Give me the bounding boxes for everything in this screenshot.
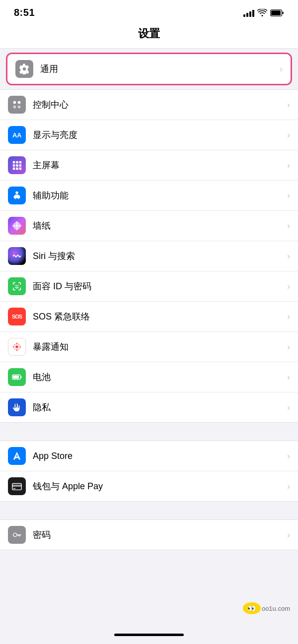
settings-row-sos[interactable]: SOS SOS 紧急联络 ›	[0, 302, 298, 332]
sos-label: SOS 紧急联络	[33, 311, 283, 322]
faceid-chevron: ›	[287, 281, 290, 292]
home-screen-icon	[8, 156, 26, 174]
privacy-chevron: ›	[287, 402, 290, 413]
svg-rect-7	[16, 161, 18, 164]
appstore-label: App Store	[33, 451, 283, 461]
svg-point-27	[15, 345, 18, 348]
settings-row-passwords[interactable]: 密码 ›	[0, 520, 298, 550]
wallet-card-icon	[11, 481, 22, 492]
svg-point-29	[16, 349, 18, 351]
exposure-chevron: ›	[287, 342, 290, 352]
svg-rect-12	[13, 168, 15, 170]
page-title-bar: 设置	[0, 22, 298, 49]
svg-point-35	[14, 348, 16, 350]
settings-row-general[interactable]: 通用 ›	[7, 54, 291, 84]
svg-rect-1	[271, 10, 281, 15]
accessibility-label: 辅助功能	[33, 190, 283, 201]
faceid-label: 面容 ID 与密码	[33, 280, 283, 292]
settings-row-wallpaper[interactable]: 墙纸 ›	[0, 211, 298, 241]
battery-settings-icon	[8, 368, 26, 386]
face-scan-icon	[11, 281, 22, 292]
hand-icon	[11, 402, 22, 413]
settings-row-privacy[interactable]: 隐私 ›	[0, 392, 298, 422]
exposure-label: 暴露通知	[33, 341, 283, 353]
svg-rect-11	[19, 164, 22, 167]
svg-point-28	[16, 343, 18, 345]
watermark-logo: 👀	[243, 602, 261, 614]
general-section-wrapper: 通用 ›	[0, 49, 298, 89]
exposure-dots-icon	[11, 341, 22, 352]
svg-rect-3	[18, 101, 21, 104]
settings-row-display[interactable]: AA 显示与亮度 ›	[0, 120, 298, 150]
passwords-chevron: ›	[287, 530, 290, 540]
flower-icon	[11, 220, 22, 231]
svg-rect-40	[13, 488, 16, 489]
control-center-chevron: ›	[287, 100, 290, 110]
settings-row-exposure[interactable]: 暴露通知 ›	[0, 332, 298, 362]
page-wrapper: 8:51 设置	[0, 0, 298, 644]
apps-section: App Store › 钱包与 Apple Pay ›	[0, 441, 298, 502]
display-chevron: ›	[287, 130, 290, 140]
settings-row-wallet[interactable]: 钱包与 Apple Pay ›	[0, 471, 298, 501]
settings-row-accessibility[interactable]: 辅助功能 ›	[0, 181, 298, 211]
settings-row-control-center[interactable]: 控制中心 ›	[0, 90, 298, 120]
sos-icon: SOS	[8, 308, 26, 325]
wallet-chevron: ›	[287, 481, 290, 492]
svg-rect-13	[16, 168, 18, 170]
settings-row-faceid[interactable]: 面容 ID 与密码 ›	[0, 271, 298, 302]
passwords-label: 密码	[33, 529, 283, 541]
battery-life-icon	[11, 372, 22, 383]
appstore-chevron: ›	[287, 451, 290, 461]
siri-wave-icon	[11, 251, 22, 261]
svg-rect-4	[13, 106, 16, 109]
svg-point-33	[18, 348, 20, 350]
privacy-icon	[8, 398, 26, 416]
privacy-label: 隐私	[33, 401, 283, 413]
svg-rect-10	[16, 164, 18, 167]
section-gap-2	[0, 502, 298, 519]
accessibility-chevron: ›	[287, 191, 290, 201]
svg-point-31	[19, 346, 21, 348]
svg-rect-6	[13, 161, 15, 164]
control-icon	[11, 99, 22, 110]
key-icon	[11, 529, 22, 540]
svg-rect-39	[12, 485, 21, 487]
appstore-icon	[8, 447, 26, 465]
svg-rect-37	[13, 376, 19, 379]
appstore-a-icon	[11, 451, 22, 461]
siri-chevron: ›	[287, 251, 290, 261]
accessibility-icon	[8, 187, 26, 204]
control-center-icon	[8, 96, 26, 114]
general-highlighted: 通用 ›	[6, 53, 292, 85]
svg-point-34	[18, 344, 20, 346]
svg-rect-14	[19, 168, 22, 170]
home-indicator	[114, 634, 184, 636]
battery-chevron: ›	[287, 372, 290, 383]
passwords-icon	[8, 526, 26, 544]
home-screen-label: 主屏幕	[33, 159, 283, 171]
status-icons	[243, 9, 284, 17]
settings-row-battery[interactable]: 电池 ›	[0, 362, 298, 392]
person-icon	[11, 190, 22, 201]
settings-row-home-screen[interactable]: 主屏幕 ›	[0, 150, 298, 181]
section-gap-1	[0, 423, 298, 441]
svg-point-15	[15, 192, 18, 194]
page-title: 设置	[138, 27, 160, 40]
settings-row-siri[interactable]: Siri 与搜索 ›	[0, 241, 298, 271]
general-label: 通用	[40, 63, 276, 75]
signal-icon	[243, 9, 254, 17]
watermark-text: oo1u.com	[262, 605, 290, 612]
watermark-area: 👀 oo1u.com	[243, 602, 290, 614]
settings-row-appstore[interactable]: App Store ›	[0, 441, 298, 471]
wallpaper-chevron: ›	[287, 221, 290, 231]
siri-icon	[8, 247, 26, 265]
wallet-label: 钱包与 Apple Pay	[33, 480, 283, 492]
wallpaper-icon	[8, 217, 26, 235]
general-icon	[15, 60, 33, 78]
status-time: 8:51	[14, 7, 35, 18]
system-section: 控制中心 › AA 显示与亮度 ›	[0, 89, 298, 423]
wifi-icon	[257, 9, 267, 17]
grid-icon	[11, 160, 22, 171]
display-icon: AA	[8, 126, 26, 144]
general-chevron: ›	[280, 64, 283, 74]
